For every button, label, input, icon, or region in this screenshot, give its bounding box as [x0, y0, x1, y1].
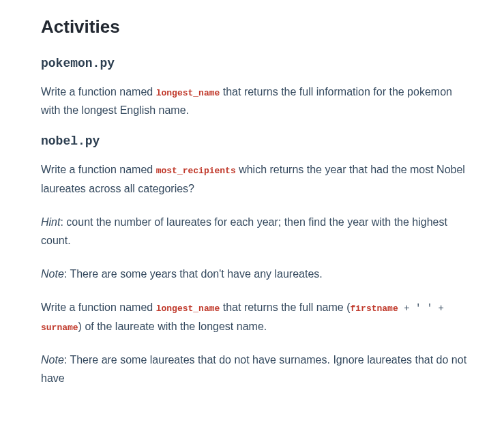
paragraph: Write a function named longest_name that… [41, 298, 471, 336]
code-firstname: firstname [351, 304, 398, 314]
text: : There are some years that don't have a… [64, 268, 323, 280]
code-longest-name: longest_name [156, 304, 220, 314]
code-concat: + ' ' + [398, 303, 444, 314]
paragraph-note: Note: There are some laureates that do n… [41, 351, 471, 387]
paragraph-hint: Hint: count the number of laureates for … [41, 213, 471, 250]
code-longest-name: longest_name [156, 88, 220, 98]
paragraph-note: Note: There are some years that don't ha… [41, 265, 471, 283]
note-label: Note [41, 354, 64, 366]
text: : There are some laureates that do not h… [41, 354, 466, 384]
text: Write a function named [41, 86, 156, 98]
section-heading-pokemon: pokemon.py [41, 57, 471, 70]
page-title: Activities [41, 16, 471, 38]
text: that returns the full name ( [220, 301, 350, 313]
section-heading-nobel: nobel.py [41, 134, 471, 148]
hint-label: Hint [41, 216, 60, 228]
code-most-recipients: most_recipients [156, 166, 236, 176]
paragraph: Write a function named longest_name that… [41, 83, 471, 119]
text: Write a function named [41, 164, 156, 175]
text: ) of the laureate with the longest name. [78, 321, 267, 332]
note-label: Note [41, 268, 64, 280]
code-surname: surname [41, 323, 78, 333]
paragraph: Write a function named most_recipients w… [41, 160, 471, 197]
text: : count the number of laureates for each… [41, 216, 447, 246]
document-page: Activities pokemon.py Write a function n… [0, 0, 504, 414]
text: Write a function named [41, 301, 156, 313]
